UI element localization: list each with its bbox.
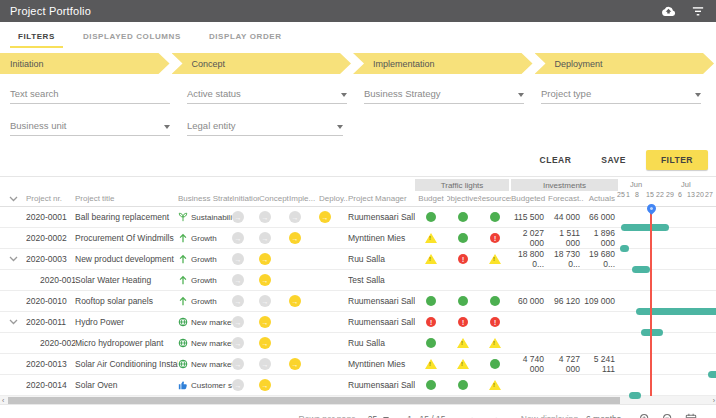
pagination-bar: Rows per page 25 1 - 15 / 15 ‹ › Now dis… [0,405,716,418]
chevron-down-icon [164,125,170,129]
stage-chip: → [232,232,244,244]
globe-icon [178,338,188,348]
tab-displayed-columns[interactable]: DISPLAYED COLUMNS [83,26,181,48]
growth-icon [178,296,188,306]
table-row[interactable]: 2020-0011 Hydro Power New market ... → →… [0,312,716,333]
stage-chip: → [232,358,244,370]
stage-chip: → [232,253,244,265]
prev-page-icon[interactable]: ‹ [470,413,474,418]
col-implementation[interactable]: Imple... [289,194,319,203]
zoom-out-icon[interactable] [662,413,674,418]
zoom-in-icon[interactable] [639,413,651,418]
filter-list-icon[interactable] [690,4,706,18]
stage-chip: → [259,253,271,265]
col-project-title[interactable]: Project title [75,194,178,203]
horizontal-scrollbar[interactable]: ‹ › [0,396,716,405]
project-type-select[interactable]: Project type [541,86,701,104]
table-row[interactable]: 2020-0003 New product development Growth… [0,249,716,270]
table-row[interactable]: 2020-0002 Procurement Of Windmills Growt… [0,228,716,249]
objectives-light [458,317,468,327]
tab-filters[interactable]: FILTERS [18,26,55,48]
month-label-jul: Jul [681,180,691,189]
save-button[interactable]: SAVE [591,150,636,170]
clear-button[interactable]: CLEAR [530,150,582,170]
stage-concept[interactable]: Concept [172,53,352,74]
calendar-icon[interactable] [685,413,697,418]
stage-implementation[interactable]: Implementation [353,53,533,74]
gantt-bar[interactable] [629,392,641,399]
col-project-manager[interactable]: Project Manager [348,194,415,203]
budget-light [426,296,436,306]
col-forecast[interactable]: Forecast... [548,194,584,203]
project-nr: 2020-0011 [26,317,75,327]
strategy-label: Growth [191,255,217,264]
active-status-select[interactable]: Active status [187,86,347,104]
expand-row-icon[interactable] [9,256,18,262]
growth-icon [178,233,188,243]
rows-per-page-value[interactable]: 25 [368,414,377,418]
business-unit-select[interactable]: Business unit [10,118,170,136]
scrollbar-thumb[interactable] [8,397,620,404]
project-nr: 2020-0001 [26,212,75,222]
col-objectives[interactable]: Objectives [447,194,479,203]
col-resources[interactable]: Resources [479,194,511,203]
business-strategy-select[interactable]: Business Strategy [364,86,524,104]
text-search-input[interactable]: Text search [10,86,170,104]
forecast-value: 4 727 000 [548,354,584,374]
filters-panel: Text search Active status Business Strat… [0,74,716,136]
stage-chip: → [259,358,271,370]
stage-chip: → [259,316,271,328]
traffic-lights-group-header: Traffic lights [415,179,509,191]
gantt-bar[interactable] [632,266,650,273]
scroll-left-icon[interactable]: ‹ [2,396,4,405]
gantt-bar[interactable] [708,371,716,378]
col-project-nr[interactable]: Project nr. [26,194,75,203]
stage-chip: → [319,211,331,223]
table-row[interactable]: 2020-0013 Solar Air Conditioning Install… [0,354,716,375]
resources-light [490,233,500,243]
col-budgeted[interactable]: Budgeted [511,194,548,203]
budgeted-value: 60 000 [511,296,548,306]
filter-button[interactable]: FILTER [646,150,708,170]
project-manager: Ruu Salla [348,254,415,264]
project-manager: Ruumensaari Salla [348,212,415,222]
stage-chip: → [289,232,301,244]
next-page-icon[interactable]: › [495,413,499,418]
forecast-value: 18 730 0... [548,249,584,269]
gantt-bar[interactable] [636,308,716,315]
col-actuals[interactable]: Actuals [584,194,619,203]
actuals-value: 19 680 0... [584,249,619,269]
collapse-all-icon[interactable] [9,196,18,202]
project-title: Solar Water Heating [75,275,178,285]
scroll-right-icon[interactable]: › [713,396,715,405]
table-row[interactable]: 2020-0010 Rooftop solar panels Growth → … [0,291,716,312]
table-row[interactable]: 2020-0001 Ball bearing replacement Susta… [0,207,716,228]
col-concept[interactable]: Concept [259,194,289,203]
gantt-bar[interactable] [641,329,663,336]
period-select[interactable]: 6 months [586,414,621,418]
table-row[interactable]: 2020-0012 Solar Water Heating Growth → →… [0,270,716,291]
expand-row-icon[interactable] [9,319,18,325]
budget-light [426,317,436,327]
col-business-strategy[interactable]: Business Strategy [178,194,232,203]
legal-entity-select[interactable]: Legal entity [187,118,343,136]
table-row[interactable]: 2020-0014 Solar Oven Customer sa... → → … [0,375,716,396]
col-budget[interactable]: Budget [415,194,447,203]
table-column-header: Project nr. Project title Business Strat… [0,191,716,207]
strategy-label: New market ... [191,360,232,369]
gantt-bar[interactable] [620,245,629,252]
stage-initiation[interactable]: Initiation [0,53,170,74]
gantt-bar[interactable] [621,224,669,231]
table-row[interactable]: 2020-0026 Micro hydropower plant New mar… [0,333,716,354]
actuals-value: 1 896 000 [584,228,619,248]
budgeted-value: 4 740 000 [511,354,548,374]
cloud-icon[interactable] [660,4,676,18]
objectives-light [458,254,468,264]
project-manager: Mynttinen Mies [348,233,415,243]
tab-display-order[interactable]: DISPLAY ORDER [209,26,282,48]
col-initiation[interactable]: Initiation [232,194,259,203]
stage-deployment[interactable]: Deployment [535,53,715,74]
col-deployment[interactable]: Deploy... [319,194,348,203]
tab-bar: FILTERS DISPLAYED COLUMNS DISPLAY ORDER [0,22,716,48]
strategy-label: Growth [191,297,217,306]
